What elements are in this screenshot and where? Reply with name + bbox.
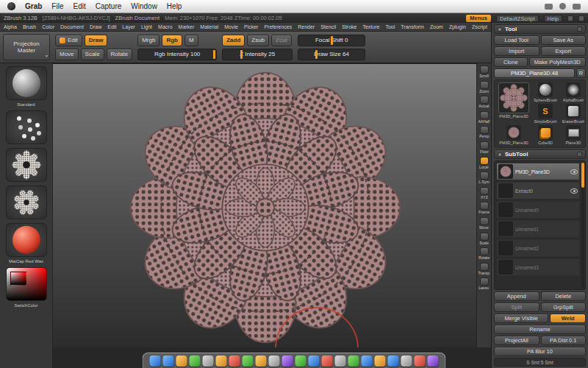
subtool-item[interactable]: Unnamed0 — [496, 201, 580, 219]
menu-help[interactable]: Help — [167, 2, 182, 10]
dock-icon[interactable] — [256, 355, 267, 367]
menu-window[interactable]: Window — [131, 2, 157, 10]
menubar-status-icon[interactable] — [559, 3, 566, 10]
subtool-item[interactable]: Unnamed2 — [496, 239, 580, 257]
dock-icon[interactable] — [375, 355, 386, 367]
save-as-button[interactable]: Save As — [541, 35, 587, 45]
dock-icon[interactable] — [163, 355, 174, 367]
split-button[interactable]: Split — [494, 302, 539, 312]
canvas-control-button[interactable]: Frame — [477, 201, 491, 216]
subtool-item[interactable]: Extract0 — [496, 182, 580, 199]
canvas-control-button[interactable]: Actual — [477, 95, 491, 110]
palette-menu-item[interactable]: Alpha — [4, 24, 17, 29]
dock-icon[interactable] — [216, 355, 227, 367]
tool-thumbnail-eraserbrush[interactable]: EraserBrush — [560, 104, 587, 124]
apple-menu-icon[interactable] — [7, 2, 15, 10]
brush-selector[interactable] — [6, 66, 47, 100]
canvas-control-button[interactable]: XYZ — [477, 186, 491, 201]
dock-icon[interactable] — [388, 355, 399, 367]
weld-button[interactable]: Weld — [550, 314, 586, 323]
rgb-button[interactable]: Rgb — [162, 35, 182, 46]
palette-menu-item[interactable]: Layer — [122, 24, 135, 29]
palette-menu-item[interactable]: Marker — [179, 24, 195, 29]
doily-3d-model[interactable] — [126, 68, 404, 347]
dock-icon[interactable] — [243, 355, 254, 367]
dock-icon[interactable] — [295, 355, 306, 367]
canvas-control-button[interactable]: Local — [477, 156, 491, 171]
dock-icon[interactable] — [176, 355, 187, 367]
menu-grab[interactable]: Grab — [25, 2, 42, 10]
rgb-intensity-slider[interactable]: Rgb Intensity 100 — [137, 49, 217, 60]
palette-menu-item[interactable]: Material — [200, 24, 218, 29]
canvas-control-button[interactable]: AAHalf — [477, 110, 491, 125]
active-tool-name-button[interactable]: PM3D_Plane3D.48 — [494, 68, 575, 78]
move-button[interactable]: Move — [55, 49, 79, 60]
canvas-control-button[interactable]: Scroll — [477, 65, 491, 79]
palette-menu-item[interactable]: Transform — [401, 24, 424, 29]
canvas-control-button[interactable]: L.Sym — [477, 171, 491, 185]
dock-icon[interactable] — [348, 355, 359, 367]
restore-config-button[interactable]: R — [576, 68, 586, 78]
palette-menu-item[interactable]: Draw — [90, 24, 101, 29]
tool-palette-header[interactable]: Tool — [494, 24, 586, 34]
dock-icon[interactable] — [282, 355, 293, 367]
palette-menu-item[interactable]: Light — [141, 24, 152, 29]
stroke-selector[interactable] — [6, 110, 47, 144]
palette-menu-item[interactable]: Texture — [362, 24, 379, 29]
zadd-button[interactable]: Zadd — [222, 35, 245, 46]
palette-menu-item[interactable]: Zscript — [472, 24, 487, 29]
m-button[interactable]: M — [184, 35, 198, 46]
scale-button[interactable]: Scale — [81, 49, 104, 60]
palette-menu-item[interactable]: Stencil — [320, 24, 336, 29]
palette-menu-item[interactable]: Preferences — [264, 24, 292, 29]
append-button[interactable]: Append — [494, 291, 539, 301]
alpha-selector[interactable] — [6, 148, 47, 182]
visibility-eye-icon[interactable] — [570, 169, 578, 174]
menus-button[interactable]: Menus — [466, 15, 491, 22]
palette-menu-item[interactable]: Render — [298, 24, 315, 29]
canvas-control-button[interactable]: Move — [477, 216, 491, 231]
dock-icon[interactable] — [322, 355, 333, 367]
tool-thumbnail-plane3d[interactable]: Plane3D — [560, 125, 587, 145]
edit-button[interactable]: Edit — [55, 35, 82, 46]
subtool-scrollbar[interactable] — [581, 163, 584, 288]
delete-button[interactable]: Delete — [541, 291, 587, 301]
palette-menu-item[interactable]: Stroke — [342, 24, 356, 29]
focal-shift-slider[interactable]: Focal Shift 0 — [298, 35, 365, 46]
menubar-status-icon[interactable] — [573, 4, 581, 10]
palette-pin-icon[interactable] — [577, 152, 582, 157]
export-button[interactable]: Export — [541, 46, 587, 56]
draw-button[interactable]: Draw — [85, 35, 108, 46]
tool-thumbnail-alphabrush[interactable]: AlphaBrush — [560, 82, 587, 102]
clone-button[interactable]: Clone — [494, 57, 528, 67]
tool-thumbnail-cube3d[interactable]: Cube3D — [532, 125, 559, 145]
active-tool-thumbnail[interactable]: PM3D_Plane3D — [497, 82, 531, 124]
titlebar-config-icon[interactable] — [567, 15, 573, 21]
zcut-button[interactable]: Zcut — [271, 35, 292, 46]
titlebar-layout-icon[interactable] — [578, 15, 584, 21]
dock-icon[interactable] — [428, 355, 439, 367]
make-polymesh3d-button[interactable]: Make PolyMesh3D — [529, 57, 586, 67]
dock-icon[interactable] — [269, 355, 280, 367]
grpsplit-button[interactable]: GrpSplit — [541, 302, 587, 312]
menu-capture[interactable]: Capture — [96, 2, 122, 10]
canvas-control-button[interactable]: Zoom — [477, 80, 491, 95]
dock-icon[interactable] — [335, 355, 346, 367]
subtool-section-header[interactable]: SubTool — [494, 149, 586, 159]
palette-menu-item[interactable]: Document — [60, 24, 84, 29]
tool-thumbnail-pm3d-plane[interactable]: PM3D_Plane3D — [497, 125, 531, 145]
load-tool-button[interactable]: Load Tool — [494, 35, 539, 45]
rename-button[interactable]: Rename — [494, 325, 586, 334]
canvas-control-button[interactable]: Persp — [477, 125, 491, 140]
subtool-item[interactable]: PM3D_Plane3D — [496, 163, 580, 180]
palette-menu-item[interactable]: Brush — [23, 24, 36, 29]
pa-dist-slider[interactable]: PA Dist 0.1 — [541, 336, 587, 345]
tool-thumbnail-simplebrush[interactable]: S SimpleBrush — [532, 104, 559, 124]
palette-menu-item[interactable]: Tool — [385, 24, 395, 29]
dock-icon[interactable] — [362, 355, 373, 367]
dock-icon[interactable] — [401, 355, 412, 367]
color-picker[interactable] — [6, 267, 47, 301]
palette-menu-item[interactable]: Zplugin — [449, 24, 466, 29]
dock-icon[interactable] — [190, 355, 201, 367]
rotate-button[interactable]: Rotate — [107, 49, 133, 60]
